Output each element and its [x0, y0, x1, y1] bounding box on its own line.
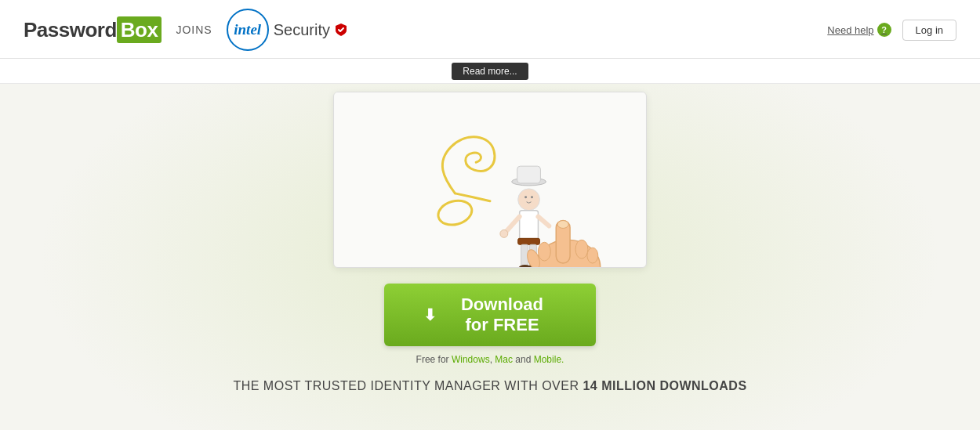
platform-links-text: Free for Windows, Mac and Mobile. — [416, 354, 564, 365]
help-question-circle: ? — [877, 23, 891, 37]
download-arrow-icon: ⬇ — [423, 305, 437, 324]
joins-label: JOINS — [176, 23, 212, 36]
top-bar-right: Need help ? Log in — [827, 20, 956, 41]
login-button[interactable]: Log in — [902, 20, 956, 41]
svg-point-20 — [575, 240, 588, 258]
platform-and: and — [515, 354, 531, 365]
security-label: Security — [274, 21, 330, 39]
intel-security-logo: intel Security — [227, 9, 347, 51]
mcafee-shield-icon — [335, 23, 347, 37]
svg-point-19 — [538, 242, 550, 261]
notification-bar: Read more... — [0, 59, 980, 84]
media-card[interactable] — [333, 92, 647, 268]
svg-rect-8 — [518, 238, 540, 244]
download-button-label: Download for FREE — [448, 294, 557, 335]
need-help-text: Need help — [827, 24, 873, 36]
mac-link[interactable]: Mac — [495, 354, 513, 365]
top-navigation-bar: PasswordBox JOINS intel Security Need he… — [0, 0, 980, 59]
top-bar-left: PasswordBox JOINS intel Security — [24, 9, 347, 51]
mobile-link[interactable]: Mobile. — [534, 354, 564, 365]
need-help-link[interactable]: Need help ? — [827, 23, 891, 37]
logo-text-box: Box — [117, 16, 162, 43]
hero-illustration — [334, 92, 646, 267]
svg-rect-3 — [517, 166, 541, 183]
main-content: ⬇ Download for FREE Free for Windows, Ma… — [0, 84, 980, 393]
svg-point-18 — [557, 221, 568, 229]
logo-text-password: Password — [24, 18, 117, 42]
tagline: THE MOST TRUSTED IDENTITY MANAGER WITH O… — [233, 379, 746, 393]
svg-rect-0 — [335, 92, 645, 267]
svg-point-4 — [518, 189, 540, 211]
svg-rect-7 — [520, 211, 539, 242]
read-more-button[interactable]: Read more... — [452, 63, 528, 80]
windows-link[interactable]: Windows — [452, 354, 490, 365]
svg-point-21 — [587, 248, 598, 263]
svg-point-15 — [500, 229, 508, 237]
passwordbox-logo[interactable]: PasswordBox — [24, 18, 162, 42]
intel-text: intel — [234, 21, 261, 38]
tagline-part2: 14 MILLION DOWNLOADS — [583, 379, 746, 392]
svg-point-6 — [531, 196, 533, 198]
intel-circle: intel — [227, 9, 269, 51]
svg-point-5 — [524, 196, 527, 198]
download-button[interactable]: ⬇ Download for FREE — [384, 284, 596, 346]
tagline-part1: THE MOST TRUSTED IDENTITY MANAGER WITH O… — [233, 379, 579, 392]
platform-prefix: Free for — [416, 354, 449, 365]
